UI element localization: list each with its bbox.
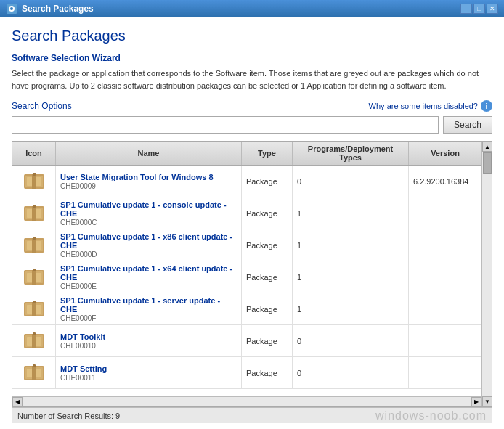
v-scroll-track[interactable]	[482, 152, 492, 396]
col-icon: Icon	[12, 142, 56, 165]
package-id: CHE0000F	[60, 314, 96, 322]
svg-rect-36	[32, 366, 36, 380]
table-main: Icon Name Type Programs/Deployment Types…	[12, 142, 481, 406]
title-bar: Search Packages _ □ ✕	[0, 0, 504, 17]
svg-rect-27	[33, 301, 36, 303]
svg-rect-12	[33, 205, 36, 208]
minimize-button[interactable]: _	[460, 4, 472, 14]
row-version	[409, 197, 481, 229]
row-programs: 1	[293, 293, 409, 324]
search-button[interactable]: Search	[443, 116, 492, 134]
table-row[interactable]: SP1 Cumulative update 1 - server update …	[12, 293, 481, 325]
title-bar-left: Search Packages	[6, 3, 94, 15]
table-row[interactable]: User State Migration Tool for Windows 8 …	[12, 166, 481, 197]
search-input[interactable]	[12, 116, 439, 134]
package-icon	[23, 234, 46, 257]
package-name: MDT Setting	[60, 364, 107, 373]
svg-rect-21	[32, 270, 36, 285]
col-type: Type	[242, 142, 293, 165]
package-id: CHE0000D	[60, 250, 97, 258]
svg-rect-31	[32, 334, 36, 348]
col-version: Version	[409, 142, 481, 165]
package-id: CHE0000E	[60, 282, 97, 290]
title-bar-icon	[6, 3, 17, 15]
package-id: CHE00010	[60, 342, 96, 350]
scroll-up-button[interactable]: ▲	[482, 142, 492, 152]
row-icon	[12, 261, 56, 293]
h-scroll-track[interactable]	[23, 397, 471, 406]
svg-rect-16	[32, 238, 36, 253]
info-icon[interactable]: i	[481, 100, 492, 112]
svg-rect-17	[33, 237, 36, 240]
row-type: Package	[242, 197, 293, 229]
row-type: Package	[242, 357, 293, 388]
package-icon	[23, 170, 46, 193]
title-bar-controls: _ □ ✕	[460, 4, 498, 14]
package-icon	[23, 266, 46, 289]
row-name-cell: SP1 Cumulative update 1 - x64 client upd…	[56, 261, 242, 293]
row-type: Package	[242, 229, 293, 261]
row-name-cell: User State Migration Tool for Windows 8 …	[56, 166, 242, 197]
table-body: User State Migration Tool for Windows 8 …	[12, 166, 481, 396]
package-name: SP1 Cumulative update 1 - x86 client upd…	[60, 232, 237, 250]
scroll-right-button[interactable]: ▶	[471, 397, 481, 407]
row-name-cell: MDT Setting CHE00011	[56, 357, 242, 388]
package-id: CHE00011	[60, 374, 96, 382]
search-options-row: Search Options Why are some items disabl…	[12, 100, 492, 112]
watermark: windows-noob.com	[375, 409, 487, 422]
scroll-left-button[interactable]: ◀	[12, 397, 23, 407]
package-name: SP1 Cumulative update 1 - x64 client upd…	[60, 264, 237, 282]
table-header: Icon Name Type Programs/Deployment Types…	[12, 142, 481, 166]
table-row[interactable]: MDT Setting CHE00011 Package 0	[12, 357, 481, 389]
row-programs: 1	[293, 229, 409, 261]
row-icon	[12, 293, 56, 324]
package-name: User State Migration Tool for Windows 8	[60, 173, 214, 181]
row-name-cell: MDT Toolkit CHE00010	[56, 325, 242, 356]
search-results-count: Number of Search Results: 9	[17, 412, 120, 420]
close-button[interactable]: ✕	[487, 4, 498, 14]
row-icon	[12, 325, 56, 356]
why-disabled-container: Why are some items disabled? i	[369, 100, 492, 112]
search-row: Search	[12, 116, 492, 134]
row-programs: 1	[293, 261, 409, 293]
row-version	[409, 325, 481, 356]
horizontal-scrollbar[interactable]: ◀ ▶	[12, 396, 481, 406]
svg-rect-32	[33, 332, 36, 335]
svg-rect-7	[33, 173, 36, 176]
search-options-label: Search Options	[12, 101, 72, 111]
row-version	[409, 293, 481, 324]
table-row[interactable]: SP1 Cumulative update 1 - console update…	[12, 197, 481, 229]
table-row[interactable]: MDT Toolkit CHE00010 Package 0	[12, 325, 481, 357]
row-programs: 0	[293, 357, 409, 388]
package-icon	[23, 298, 46, 321]
table-inner: Icon Name Type Programs/Deployment Types…	[12, 142, 492, 406]
row-name-cell: SP1 Cumulative update 1 - x86 client upd…	[56, 229, 242, 261]
svg-rect-22	[33, 269, 36, 271]
row-version	[409, 229, 481, 261]
row-programs: 1	[293, 197, 409, 229]
row-version: 6.2.9200.16384	[409, 166, 481, 197]
row-type: Package	[242, 293, 293, 324]
package-name: SP1 Cumulative update 1 - console update…	[60, 200, 237, 218]
row-type: Package	[242, 166, 293, 197]
col-programs: Programs/Deployment Types	[293, 142, 409, 165]
why-disabled-text: Why are some items disabled?	[369, 102, 478, 110]
vertical-scrollbar[interactable]: ▲ ▼	[481, 142, 492, 406]
row-version	[409, 357, 481, 388]
svg-rect-6	[32, 174, 36, 189]
svg-point-2	[10, 7, 13, 10]
table-row[interactable]: SP1 Cumulative update 1 - x64 client upd…	[12, 261, 481, 293]
packages-table: Icon Name Type Programs/Deployment Types…	[12, 141, 492, 407]
scroll-down-button[interactable]: ▼	[482, 396, 492, 406]
v-scroll-thumb[interactable]	[483, 152, 492, 174]
maximize-button[interactable]: □	[473, 4, 485, 14]
row-icon	[12, 357, 56, 388]
svg-rect-11	[32, 206, 36, 221]
table-row[interactable]: SP1 Cumulative update 1 - x86 client upd…	[12, 229, 481, 261]
description-text: Select the package or application that c…	[12, 68, 492, 91]
row-type: Package	[242, 325, 293, 356]
main-content: Search Packages Software Selection Wizar…	[0, 17, 504, 429]
package-icon	[23, 202, 46, 225]
row-name-cell: SP1 Cumulative update 1 - server update …	[56, 293, 242, 324]
title-bar-title: Search Packages	[22, 4, 94, 14]
